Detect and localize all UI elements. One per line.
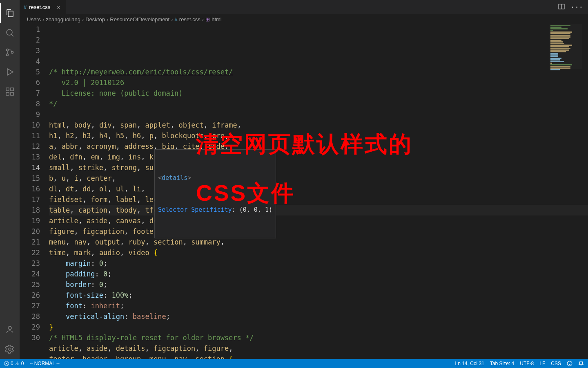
tab-bar: # reset.css × ··· <box>20 0 588 14</box>
split-editor-icon[interactable] <box>558 3 565 11</box>
error-icon: ⓧ <box>4 360 9 367</box>
editor-actions: ··· <box>558 3 588 11</box>
code-line[interactable]: article, aside, details, figcaption, fig… <box>49 343 588 354</box>
settings-gear-icon[interactable] <box>0 339 20 359</box>
code-line[interactable]: vertical-align: baseline; <box>49 311 588 322</box>
code-line[interactable]: time, mark, audio, video { <box>49 247 588 258</box>
svg-rect-9 <box>11 88 13 91</box>
bc-desktop[interactable]: Desktop <box>85 16 105 22</box>
status-encoding[interactable]: UTF-8 <box>520 361 534 366</box>
code-content[interactable]: /* http://meyerweb.com/eric/tools/css/re… <box>49 24 588 359</box>
svg-point-0 <box>7 29 12 35</box>
svg-rect-6 <box>6 88 9 91</box>
bc-user[interactable]: zhangguoliang <box>46 16 80 22</box>
warning-icon: ⚠ <box>15 361 20 366</box>
code-line[interactable]: padding: 0; <box>49 269 588 279</box>
svg-point-11 <box>9 348 11 350</box>
close-icon[interactable]: × <box>55 4 62 11</box>
bc-symbol[interactable]: html <box>212 16 222 22</box>
code-line[interactable]: figure, figcaption, footer, header, hgro… <box>49 226 588 237</box>
code-line[interactable]: b, u, i, center, <box>49 173 588 184</box>
feedback-icon[interactable] <box>567 361 572 366</box>
bc-file[interactable]: reset.css <box>179 16 200 22</box>
code-line[interactable]: table, caption, tbody, tfoot, thead, tr,… <box>49 205 588 215</box>
code-line[interactable]: font: inherit; <box>49 301 588 311</box>
bc-folder[interactable]: ResourceOfDevelopment <box>110 16 169 22</box>
more-actions-icon[interactable]: ··· <box>570 3 583 11</box>
svg-rect-8 <box>11 92 13 95</box>
run-debug-icon[interactable] <box>0 62 20 82</box>
svg-marker-5 <box>7 69 13 75</box>
svg-point-4 <box>11 52 13 54</box>
extensions-icon[interactable] <box>0 82 20 101</box>
tab-reset-css[interactable]: # reset.css × <box>20 0 66 14</box>
search-icon[interactable] <box>0 23 20 43</box>
status-problems[interactable]: ⓧ0 ⚠0 <box>4 360 24 367</box>
source-control-icon[interactable] <box>0 43 20 62</box>
annotation-overlay-2: CSS文件 <box>196 181 295 206</box>
code-line[interactable]: dl, dt, dd, ol, ul, li, <box>49 184 588 194</box>
code-line[interactable]: font-size: 100%; <box>49 290 588 301</box>
status-bar: ⓧ0 ⚠0 -- NORMAL -- Ln 14, Col 31 Tab Siz… <box>0 359 588 368</box>
code-line[interactable]: html, body, div, span, applet, object, i… <box>49 120 588 130</box>
svg-rect-7 <box>6 92 9 95</box>
accounts-icon[interactable] <box>0 320 20 339</box>
code-line[interactable]: License: none (public domain) <box>49 88 588 99</box>
bc-users[interactable]: Users <box>27 16 41 22</box>
status-language[interactable]: CSS <box>551 361 561 366</box>
minimap[interactable] <box>550 24 582 69</box>
status-vim-mode[interactable]: -- NORMAL -- <box>29 361 60 366</box>
code-line[interactable]: menu, nav, output, ruby, section, summar… <box>49 237 588 247</box>
svg-line-1 <box>11 34 13 36</box>
symbol-icon: ⊞ <box>205 16 210 22</box>
code-line[interactable]: small, strike, strong, sub, sup, tt, var… <box>49 162 588 173</box>
breadcrumb[interactable]: Users› zhangguoliang› Desktop› ResourceO… <box>20 14 588 24</box>
css-file-icon: # <box>175 16 178 22</box>
code-line[interactable]: /* http://meyerweb.com/eric/tools/css/re… <box>49 67 588 77</box>
svg-point-3 <box>7 54 9 56</box>
tab-label: reset.css <box>29 4 50 10</box>
code-line[interactable]: */ <box>49 99 588 109</box>
status-indent[interactable]: Tab Size: 4 <box>490 361 514 366</box>
explorer-icon[interactable] <box>0 3 20 23</box>
code-line[interactable]: fieldset, form, label, legend, <box>49 194 588 205</box>
code-line[interactable]: margin: 0; <box>49 258 588 269</box>
code-line[interactable]: v2.0 | 20110126 <box>49 77 588 88</box>
css-file-icon: # <box>24 4 27 10</box>
code-line[interactable] <box>49 109 588 120</box>
svg-point-14 <box>567 361 572 366</box>
code-line[interactable]: border: 0; <box>49 279 588 290</box>
status-eol[interactable]: LF <box>539 361 545 366</box>
line-number-gutter: 1234567891011121314151617181920212223242… <box>20 24 49 359</box>
bell-icon[interactable] <box>578 361 584 366</box>
code-line[interactable]: article, aside, canvas, details, embed, <box>49 215 588 226</box>
code-line[interactable]: } <box>49 322 588 332</box>
svg-point-2 <box>7 49 9 51</box>
activity-bar <box>0 0 20 359</box>
editor[interactable]: 1234567891011121314151617181920212223242… <box>20 24 588 359</box>
svg-point-10 <box>8 326 11 330</box>
annotation-overlay: 清空网页默认样式的 <box>196 132 413 157</box>
code-line[interactable]: /* HTML5 display-role reset for older br… <box>49 332 588 343</box>
status-cursor-pos[interactable]: Ln 14, Col 31 <box>455 361 484 366</box>
